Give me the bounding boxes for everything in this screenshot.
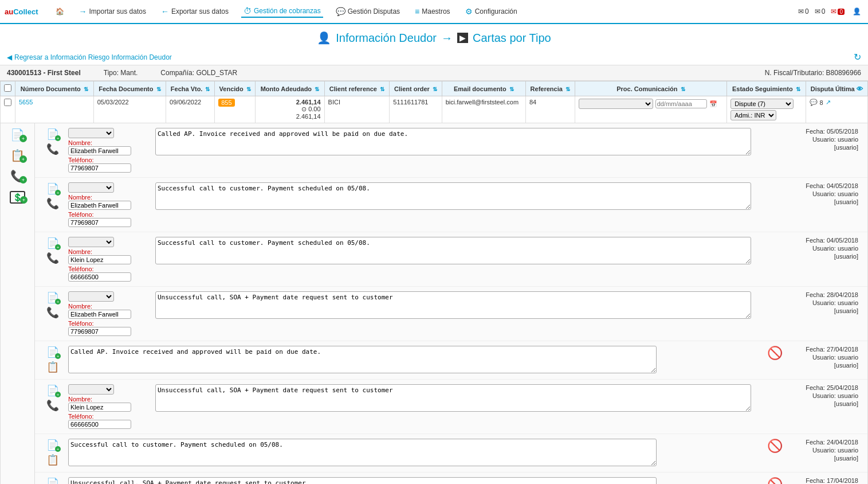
comm-1-phone-icon: 📞	[46, 143, 59, 155]
comm-6-tel-input[interactable]	[68, 420, 131, 429]
comm-7-doc-icon[interactable]: 📄+	[46, 439, 59, 451]
row-referencia: 84	[529, 99, 536, 106]
estado-dispute-select[interactable]: Dispute (7)	[730, 99, 794, 109]
comm-4-nombre-input[interactable]	[68, 310, 131, 319]
comm-4-tel-input[interactable]	[68, 327, 131, 336]
col-fecha-vto[interactable]: Fecha Vto. ⇅	[166, 81, 215, 96]
comm-1-tel-input[interactable]	[68, 163, 131, 173]
mail-count-1: 0	[805, 7, 809, 15]
comm-3-notes-area: Successful call to customer. Payment sch…	[155, 237, 783, 266]
proc-date-input[interactable]	[655, 99, 707, 108]
comm-6-phone-icon: 📞	[46, 399, 59, 412]
comm-3-nombre-input[interactable]	[68, 255, 131, 264]
comm-2-tel-input[interactable]	[68, 218, 131, 227]
monto-line3: 2.461,14	[259, 113, 320, 120]
nav-home[interactable]: 🏠	[53, 6, 66, 17]
comm-1-doc-icon[interactable]: 📄+	[46, 128, 59, 140]
comm-4-textarea[interactable]: Unsuccessful call, SOA + Payment date re…	[155, 291, 751, 319]
comm-3-doc-icon[interactable]: 📄+	[46, 237, 59, 249]
row-fecha-vto-cell: 09/06/2022	[166, 96, 215, 123]
comm-3-textarea[interactable]: Successful call to customer. Payment sch…	[155, 237, 751, 264]
comm-3-tel-label: Teléfono:	[68, 266, 94, 272]
comm-6-user-tag: [usuario]	[834, 400, 858, 407]
comm-6-doc-icon[interactable]: 📄+	[46, 384, 59, 397]
add-call-button[interactable]: 📞+	[10, 169, 25, 183]
col-fecha-doc[interactable]: Fecha Documento ⇅	[93, 81, 166, 96]
nav-configuracion-label: Configuración	[475, 7, 517, 15]
app-logo: auCollect	[5, 7, 38, 16]
main-table: Número Documento ⇅ Fecha Documento ⇅ Fec…	[0, 81, 868, 484]
col-client-order[interactable]: Client order ⇅	[390, 81, 442, 96]
comm-3-fecha: Fecha: 04/05/2018	[806, 237, 858, 244]
comm-2-doc-icon[interactable]: 📄+	[46, 182, 59, 195]
row-doc-number-cell: 5655	[15, 96, 94, 123]
comm-3-type-select[interactable]	[68, 237, 114, 247]
doc-number-link[interactable]: 5655	[19, 99, 33, 106]
external-link-icon[interactable]: ↗	[826, 99, 831, 106]
nav-export[interactable]: ← Exportar sus datos	[159, 6, 231, 17]
add-clipboard-button[interactable]: 📋+	[10, 149, 25, 162]
col-proc-com[interactable]: Proc. Comunicación ⇅	[575, 81, 727, 96]
comm-row-7: 📄+ 📋 Successful call to customer. Paymen…	[35, 434, 867, 473]
comm-5-icons: 📄+ 📋	[44, 346, 61, 373]
user-avatar[interactable]: 👤	[850, 6, 863, 17]
comm-2-textarea[interactable]: Successful call to customer. Payment sch…	[155, 182, 751, 210]
add-payment-button[interactable]: 💲+	[10, 190, 25, 203]
comm-2-nombre-input[interactable]	[68, 201, 131, 210]
tipo: Tipo: Mant.	[104, 69, 138, 77]
comm-1-type-select[interactable]	[68, 128, 114, 138]
nav-disputas[interactable]: 💬 Gestión Disputas	[333, 6, 402, 17]
row-client-order: 5111611781	[393, 99, 428, 106]
comm-5-textarea[interactable]: Called AP. Invoice received and approved…	[68, 346, 657, 373]
import-icon: →	[79, 7, 87, 16]
proc-com-select[interactable]	[579, 99, 653, 109]
col-vencido[interactable]: Vencido ⇅	[215, 81, 256, 96]
comm-3-tel-input[interactable]	[68, 272, 131, 282]
nav-maestros[interactable]: ≡ Maestros	[413, 6, 453, 17]
monto-line1: 2.461,14	[259, 99, 320, 106]
breadcrumb-back[interactable]: ◀ Regresar a Información Riesgo Informac…	[7, 53, 172, 61]
col-referencia[interactable]: Referencia ⇅	[525, 81, 575, 96]
comm-6-nombre-input[interactable]	[68, 403, 131, 412]
nav-import[interactable]: → Importar sus datos	[77, 6, 148, 17]
col-client-ref[interactable]: Client reference ⇅	[324, 81, 390, 96]
comm-4-usuario: Usuario: usuario	[812, 299, 858, 306]
comm-2-tel-label: Teléfono:	[68, 211, 94, 218]
add-doc-button[interactable]: 📄+	[10, 128, 25, 142]
row-checkbox[interactable]	[4, 99, 11, 106]
mail-badge-1[interactable]: ✉ 0	[798, 7, 809, 15]
comm-5-doc-icon[interactable]: 📄+	[46, 346, 59, 358]
nav-cobranzas[interactable]: ⏱ Gestión de cobranzas	[241, 5, 323, 18]
comm-1-textarea[interactable]: Called AP. Invoice received and approved…	[155, 128, 751, 155]
refresh-button[interactable]: ↻	[854, 52, 861, 63]
col-email-doc[interactable]: Email documento ⇅	[442, 81, 525, 96]
col-monto[interactable]: Monto Adeudado ⇅	[256, 81, 324, 96]
mail-badge-3[interactable]: ✉ 0	[831, 7, 845, 15]
mail-icon-1: ✉	[798, 7, 804, 15]
comm-4-type-select[interactable]	[68, 291, 114, 302]
comm-8-doc-icon[interactable]: 📄+	[46, 477, 59, 484]
comm-1-icons: 📄+ 📞	[44, 128, 61, 155]
expanded-content: 📄+ 📋+ 📞+ 💲+	[1, 123, 867, 484]
col-estado[interactable]: Estado Seguimiento ⇅	[727, 81, 806, 96]
comm-6-textarea[interactable]: Unsuccessful call, SOA + Payment date re…	[155, 384, 751, 412]
col-numero-doc[interactable]: Número Documento ⇅	[15, 81, 94, 96]
nav-configuracion[interactable]: ⚙ Configuración	[463, 6, 520, 17]
table-header-row: Número Documento ⇅ Fecha Documento ⇅ Fec…	[1, 81, 868, 96]
comm-7-textarea[interactable]: Successful call to customer. Payment sch…	[68, 439, 657, 466]
comm-6-type-select[interactable]	[68, 384, 114, 395]
comm-7-fecha: Fecha: 24/04/2018	[806, 439, 858, 446]
comm-2-type-select[interactable]	[68, 182, 114, 193]
select-all-checkbox[interactable]	[4, 84, 11, 92]
mail-badge-2[interactable]: ✉ 0	[815, 7, 826, 15]
comm-8-textarea[interactable]: Unsuccessful call, SOA + Payment date re…	[68, 477, 657, 484]
comm-1-nombre-input[interactable]	[68, 146, 131, 155]
comm-6-fecha: Fecha: 25/04/2018	[806, 384, 858, 391]
comm-4-doc-icon[interactable]: 📄+	[46, 291, 59, 304]
info-bar: 430001513 - First Steel Tipo: Mant. Comp…	[0, 65, 868, 81]
estado-admi-select[interactable]: Admi.: INR.	[730, 110, 776, 120]
title-main: Información Deudor	[336, 32, 437, 45]
col-disputa[interactable]: Disputa Última 👁	[806, 81, 868, 96]
comm-8-icons: 📄+ 📋	[44, 477, 61, 484]
page-title-bar: 👤 Información Deudor → ▶ Cartas por Tipo	[0, 24, 868, 49]
